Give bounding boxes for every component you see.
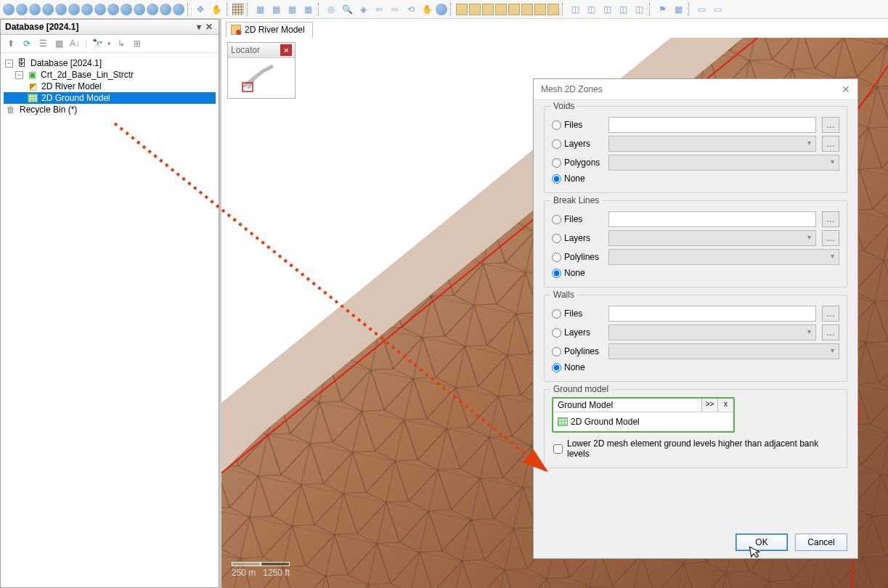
tree-root[interactable]: − 🗄 Database [2024.1] bbox=[4, 57, 216, 69]
layer-icon[interactable]: ▦ bbox=[269, 2, 283, 17]
layer-icon[interactable]: ▦ bbox=[301, 2, 315, 17]
select-icon[interactable]: ✥ bbox=[193, 2, 208, 17]
export-icon[interactable]: ↳ bbox=[115, 38, 127, 49]
locator-map[interactable] bbox=[228, 57, 295, 98]
grid-icon[interactable]: ▦ bbox=[671, 2, 685, 17]
walls-layers-radio[interactable]: Layers bbox=[552, 327, 603, 338]
hand-icon[interactable]: ✋ bbox=[420, 2, 434, 17]
map-tab[interactable]: 2D River Model bbox=[226, 22, 313, 38]
tool-icon[interactable]: ◫ bbox=[600, 2, 614, 17]
toolbar-icon[interactable] bbox=[147, 4, 158, 15]
palette-icon[interactable] bbox=[495, 4, 507, 15]
walls-none-radio[interactable]: None bbox=[552, 362, 603, 372]
palette-icon[interactable] bbox=[469, 4, 481, 15]
grid-icon[interactable]: ▦ bbox=[53, 38, 65, 49]
expander-icon[interactable]: − bbox=[15, 71, 23, 79]
voids-polygons-radio[interactable]: Polygons bbox=[552, 158, 603, 168]
toolbar-icon[interactable] bbox=[55, 4, 67, 15]
voids-files-input[interactable] bbox=[608, 117, 816, 133]
tool-icon[interactable]: ⊞ bbox=[131, 38, 143, 49]
voids-none-radio[interactable]: None bbox=[552, 173, 603, 184]
toolbar-icon[interactable] bbox=[81, 4, 93, 15]
voids-files-browse-button[interactable]: … bbox=[822, 117, 839, 133]
toolbar-icon[interactable] bbox=[107, 4, 119, 15]
voids-polygons-combo[interactable] bbox=[608, 155, 839, 171]
breaklines-layers-radio[interactable]: Layers bbox=[552, 233, 603, 243]
refresh-icon[interactable]: ⟳ bbox=[21, 38, 33, 49]
walls-files-input[interactable] bbox=[608, 306, 816, 322]
dialog-titlebar[interactable]: Mesh 2D Zones ✕ bbox=[534, 79, 858, 100]
breaklines-none-radio[interactable]: None bbox=[552, 268, 603, 278]
breaklines-layers-combo[interactable] bbox=[608, 230, 816, 246]
toolbar-icon[interactable] bbox=[134, 4, 145, 15]
locator-close-icon[interactable]: ✕ bbox=[280, 44, 292, 56]
toolbar-icon[interactable] bbox=[121, 4, 132, 15]
toolbar-icon[interactable] bbox=[16, 4, 28, 15]
tool-icon[interactable]: ◫ bbox=[584, 2, 598, 17]
breaklines-files-browse-button[interactable]: … bbox=[822, 211, 839, 227]
find-icon[interactable]: 🔭 bbox=[91, 38, 103, 49]
layer-icon[interactable]: ▦ bbox=[253, 2, 267, 17]
drop-expand-button[interactable]: >> bbox=[701, 399, 717, 412]
drop-clear-button[interactable]: x bbox=[717, 399, 733, 412]
cancel-button[interactable]: Cancel bbox=[795, 534, 847, 551]
toolbar-icon[interactable] bbox=[3, 4, 15, 15]
zoom-icon[interactable]: 🔍 bbox=[340, 2, 354, 17]
toolbar-icon[interactable] bbox=[160, 4, 171, 15]
toolbar-icon[interactable] bbox=[29, 4, 41, 15]
grid-icon[interactable] bbox=[232, 4, 244, 15]
toolbar-icon[interactable] bbox=[94, 4, 106, 15]
voids-layers-combo[interactable] bbox=[608, 136, 816, 152]
walls-layers-combo[interactable] bbox=[608, 324, 816, 340]
up-arrow-icon[interactable]: ⬆ bbox=[5, 38, 17, 49]
globe-icon[interactable] bbox=[436, 4, 447, 15]
walls-files-radio[interactable]: Files bbox=[552, 309, 603, 319]
voids-files-radio[interactable]: Files bbox=[552, 120, 603, 130]
panel-close-icon[interactable]: ✕ bbox=[204, 22, 214, 32]
tool-icon[interactable]: ▭ bbox=[694, 2, 709, 17]
flag-icon[interactable]: ⚑ bbox=[655, 2, 669, 17]
walls-layers-browse-button[interactable]: … bbox=[822, 324, 839, 340]
palette-icon[interactable] bbox=[482, 4, 494, 15]
breaklines-files-radio[interactable]: Files bbox=[552, 214, 603, 224]
palette-icon[interactable] bbox=[508, 4, 520, 15]
target-icon[interactable]: ◎ bbox=[324, 2, 338, 17]
dialog-close-icon[interactable]: ✕ bbox=[842, 83, 850, 95]
breaklines-polylines-combo[interactable] bbox=[608, 249, 839, 265]
tool-icon[interactable]: ◫ bbox=[616, 2, 630, 17]
breaklines-polylines-radio[interactable]: Polylines bbox=[552, 252, 603, 262]
tree-ground-model[interactable]: 2D Ground Model bbox=[4, 92, 216, 104]
voids-layers-browse-button[interactable]: … bbox=[822, 136, 839, 152]
toolbar-icon[interactable] bbox=[68, 4, 80, 15]
toolbar-icon[interactable] bbox=[173, 4, 184, 15]
tree-recycle-bin[interactable]: 🗑 Recycle Bin (*) bbox=[4, 104, 216, 115]
sort-icon[interactable]: A↓ bbox=[69, 38, 81, 49]
database-tree[interactable]: − 🗄 Database [2024.1] − ▣ Crt_2d_Base_Li… bbox=[1, 53, 219, 587]
ground-model-drop-target[interactable]: Ground Model >> x 2D Ground Model bbox=[552, 397, 735, 433]
nav-icon[interactable]: ⇦ bbox=[372, 2, 386, 17]
hand-icon[interactable]: ✋ bbox=[209, 2, 224, 17]
lower-mesh-checkbox[interactable] bbox=[553, 444, 563, 454]
tool-icon[interactable]: ◫ bbox=[632, 2, 646, 17]
palette-icon[interactable] bbox=[456, 4, 468, 15]
toolbar-icon[interactable] bbox=[42, 4, 54, 15]
nav-icon[interactable]: ⇨ bbox=[388, 2, 402, 17]
tool-icon[interactable]: ▭ bbox=[710, 2, 725, 17]
panel-menu-icon[interactable]: ▾ bbox=[194, 22, 204, 32]
palette-icon[interactable] bbox=[534, 4, 546, 15]
tool-icon[interactable]: ◫ bbox=[568, 2, 582, 17]
nav-icon[interactable]: ⟲ bbox=[404, 2, 418, 17]
walls-polylines-radio[interactable]: Polylines bbox=[552, 346, 603, 356]
list-icon[interactable]: ☰ bbox=[37, 38, 49, 49]
palette-icon[interactable] bbox=[547, 4, 559, 15]
nav-icon[interactable]: ◈ bbox=[356, 2, 370, 17]
palette-icon[interactable] bbox=[521, 4, 533, 15]
walls-polylines-combo[interactable] bbox=[608, 343, 839, 359]
breaklines-files-input[interactable] bbox=[608, 211, 816, 227]
tree-project[interactable]: − ▣ Crt_2d_Base_Lin_Strctr bbox=[4, 69, 216, 81]
walls-files-browse-button[interactable]: … bbox=[822, 306, 839, 322]
tree-river-model[interactable]: ◩ 2D River Model bbox=[4, 81, 216, 92]
layer-icon[interactable]: ▦ bbox=[285, 2, 299, 17]
breaklines-layers-browse-button[interactable]: … bbox=[822, 230, 839, 246]
expander-icon[interactable]: − bbox=[5, 60, 13, 68]
